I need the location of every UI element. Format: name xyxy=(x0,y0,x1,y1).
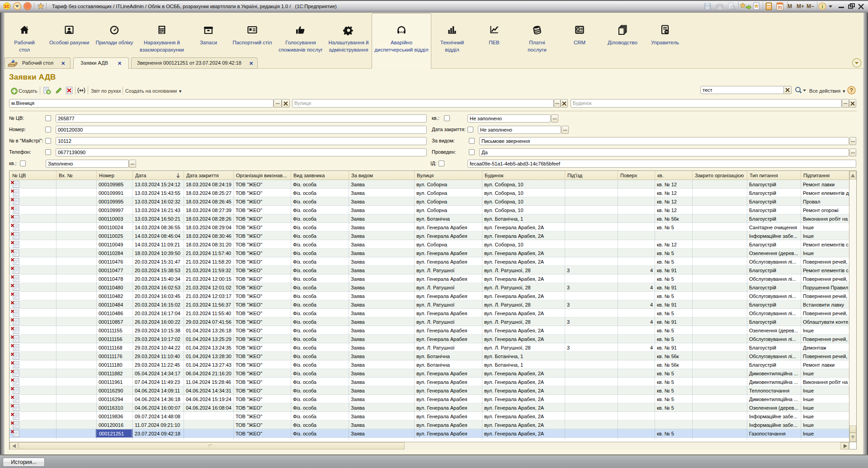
svg-text:31: 31 xyxy=(778,5,782,9)
svg-text:М−: М− xyxy=(807,3,814,9)
svg-text:?: ? xyxy=(850,87,853,94)
svg-text:М: М xyxy=(788,3,792,9)
svg-text:М+: М+ xyxy=(797,3,804,9)
svg-text:1С: 1С xyxy=(4,4,9,9)
